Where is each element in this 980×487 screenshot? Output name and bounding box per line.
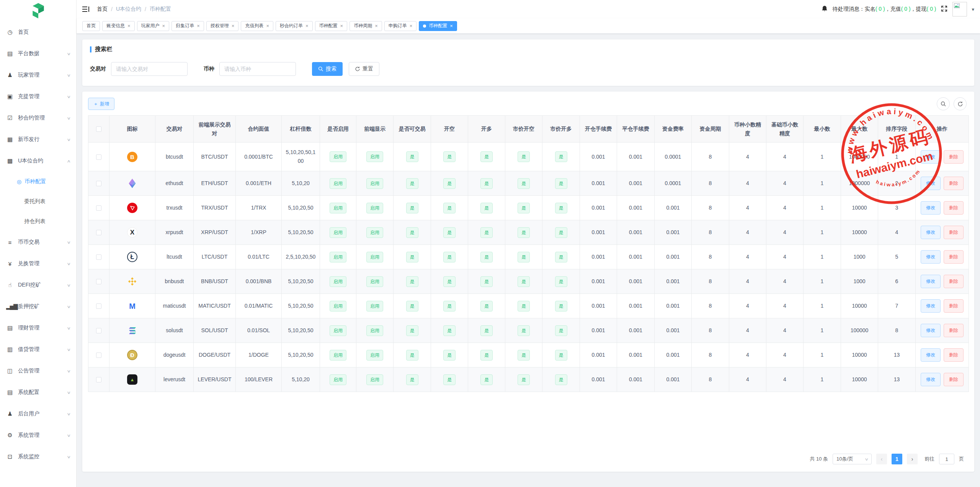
show-search-button[interactable] xyxy=(937,97,950,110)
status-tag-front_display[interactable]: 启用 xyxy=(366,227,383,238)
delete-button[interactable]: 删除 xyxy=(944,275,964,288)
tab-coin-period[interactable]: 币种周期× xyxy=(350,21,382,31)
status-tag-open_short[interactable]: 是 xyxy=(443,350,456,361)
edit-button[interactable]: 修改 xyxy=(921,250,941,264)
status-tag-open_short[interactable]: 是 xyxy=(443,276,456,287)
edit-button[interactable]: 修改 xyxy=(921,201,941,215)
status-tag-open_short[interactable]: 是 xyxy=(443,203,456,213)
status-tag-market_open_short[interactable]: 是 xyxy=(518,276,530,287)
status-tag-open_short[interactable]: 是 xyxy=(443,151,456,162)
sidebar-item-system-manage[interactable]: ⚙系统管理∨ xyxy=(0,425,76,446)
tab-account-changes[interactable]: 账变信息× xyxy=(102,21,135,31)
breadcrumb-item-home[interactable]: 首页 xyxy=(97,6,108,13)
status-tag-enabled[interactable]: 启用 xyxy=(330,227,346,238)
status-tag-market_open_short[interactable]: 是 xyxy=(518,151,530,162)
row-checkbox[interactable] xyxy=(96,377,101,382)
status-tag-front_display[interactable]: 启用 xyxy=(366,252,383,262)
status-tag-open_long[interactable]: 是 xyxy=(480,178,493,189)
status-tag-market_open_long[interactable]: 是 xyxy=(555,325,567,336)
delete-button[interactable]: 删除 xyxy=(944,299,964,313)
status-tag-market_open_short[interactable]: 是 xyxy=(518,374,530,385)
sidebar-item-spot-trade[interactable]: ≡币币交易∨ xyxy=(0,231,76,253)
status-tag-front_display[interactable]: 启用 xyxy=(366,276,383,287)
sidebar-item-system-monitor[interactable]: ⊡系统监控∨ xyxy=(0,446,76,467)
edit-button[interactable]: 修改 xyxy=(921,177,941,190)
status-tag-enabled[interactable]: 启用 xyxy=(330,276,346,287)
close-icon[interactable]: × xyxy=(232,23,235,28)
next-page-button[interactable]: › xyxy=(907,454,918,464)
status-tag-market_open_long[interactable]: 是 xyxy=(555,276,567,287)
delete-button[interactable]: 删除 xyxy=(944,348,964,362)
tab-home[interactable]: 首页 xyxy=(82,21,100,31)
status-tag-open_short[interactable]: 是 xyxy=(443,301,456,312)
status-tag-tradable[interactable]: 是 xyxy=(406,178,418,189)
sidebar-item-usdt-contract[interactable]: ▩U本位合约∧ xyxy=(0,150,76,172)
sidebar-item-defi-mining[interactable]: ☝DEFI挖矿∨ xyxy=(0,274,76,296)
current-page-button[interactable]: 1 xyxy=(892,454,902,464)
status-tag-market_open_long[interactable]: 是 xyxy=(555,374,567,385)
status-tag-open_long[interactable]: 是 xyxy=(480,325,493,336)
sidebar-subitem-position-list[interactable]: 持仓列表 xyxy=(0,212,76,231)
status-tag-open_long[interactable]: 是 xyxy=(480,227,493,238)
fullscreen-icon[interactable] xyxy=(941,5,948,13)
search-button[interactable]: 搜索 xyxy=(312,62,343,76)
edit-button[interactable]: 修改 xyxy=(921,299,941,313)
close-icon[interactable]: × xyxy=(450,23,453,28)
status-tag-enabled[interactable]: 启用 xyxy=(330,252,346,262)
sidebar-item-admin-users[interactable]: ♟后台用户∨ xyxy=(0,403,76,425)
delete-button[interactable]: 删除 xyxy=(944,150,964,164)
status-tag-tradable[interactable]: 是 xyxy=(406,276,418,287)
status-tag-open_long[interactable]: 是 xyxy=(480,151,493,162)
tab-deposit-list[interactable]: 充值列表× xyxy=(241,21,273,31)
edit-button[interactable]: 修改 xyxy=(921,348,941,362)
sidebar-item-staking-mining[interactable]: ▂▅▇质押挖矿∨ xyxy=(0,296,76,317)
status-tag-enabled[interactable]: 启用 xyxy=(330,178,346,189)
reset-button[interactable]: 重置 xyxy=(349,62,379,76)
status-tag-tradable[interactable]: 是 xyxy=(406,203,418,213)
sidebar-item-loan-manage[interactable]: ▥借贷管理∨ xyxy=(0,339,76,360)
prev-page-button[interactable]: ‹ xyxy=(876,454,887,464)
sidebar-item-wealth-manage[interactable]: ▤理财管理∨ xyxy=(0,317,76,339)
status-tag-open_long[interactable]: 是 xyxy=(480,350,493,361)
edit-button[interactable]: 修改 xyxy=(921,275,941,288)
status-tag-enabled[interactable]: 启用 xyxy=(330,151,346,162)
status-tag-open_short[interactable]: 是 xyxy=(443,374,456,385)
status-tag-open_short[interactable]: 是 xyxy=(443,227,456,238)
sidebar-item-exchange-manage[interactable]: ¥兑换管理∨ xyxy=(0,253,76,274)
edit-button[interactable]: 修改 xyxy=(921,226,941,239)
status-tag-market_open_long[interactable]: 是 xyxy=(555,252,567,262)
row-checkbox[interactable] xyxy=(96,353,101,358)
row-checkbox[interactable] xyxy=(96,328,101,333)
status-tag-market_open_long[interactable]: 是 xyxy=(555,301,567,312)
tab-coin-config-active[interactable]: 币种配置× xyxy=(419,21,457,31)
row-checkbox[interactable] xyxy=(96,205,101,211)
status-tag-open_long[interactable]: 是 xyxy=(480,203,493,213)
status-tag-tradable[interactable]: 是 xyxy=(406,227,418,238)
tab-auth-manage[interactable]: 授权管理× xyxy=(206,21,239,31)
close-icon[interactable]: × xyxy=(340,23,343,28)
status-tag-open_long[interactable]: 是 xyxy=(480,276,493,287)
status-tag-market_open_short[interactable]: 是 xyxy=(518,203,530,213)
delete-button[interactable]: 删除 xyxy=(944,226,964,239)
tab-collection-orders[interactable]: 归集订单× xyxy=(172,21,204,31)
status-tag-market_open_short[interactable]: 是 xyxy=(518,350,530,361)
status-tag-tradable[interactable]: 是 xyxy=(406,374,418,385)
delete-button[interactable]: 删除 xyxy=(944,177,964,190)
status-tag-enabled[interactable]: 启用 xyxy=(330,374,346,385)
row-checkbox[interactable] xyxy=(96,181,101,186)
tab-second-contract-orders[interactable]: 秒合约订单× xyxy=(276,21,313,31)
sidebar-item-announcement[interactable]: ◫公告管理∨ xyxy=(0,360,76,382)
row-checkbox[interactable] xyxy=(96,303,101,309)
status-tag-market_open_long[interactable]: 是 xyxy=(555,151,567,162)
goto-page-input[interactable] xyxy=(939,454,954,464)
refresh-table-button[interactable] xyxy=(954,97,967,110)
status-tag-tradable[interactable]: 是 xyxy=(406,301,418,312)
status-tag-enabled[interactable]: 启用 xyxy=(330,325,346,336)
status-tag-front_display[interactable]: 启用 xyxy=(366,203,383,213)
trading-pair-input[interactable] xyxy=(111,62,188,76)
sidebar-fold-icon[interactable] xyxy=(82,6,90,13)
close-icon[interactable]: × xyxy=(305,23,309,28)
row-checkbox[interactable] xyxy=(96,279,101,284)
add-button[interactable]: ＋ 新增 xyxy=(88,98,114,110)
status-tag-enabled[interactable]: 启用 xyxy=(330,301,346,312)
